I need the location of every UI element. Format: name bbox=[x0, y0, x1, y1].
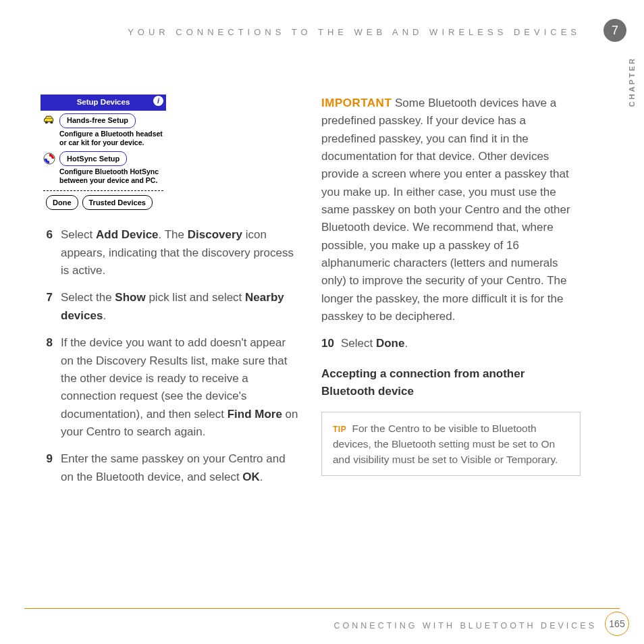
palm-separator bbox=[43, 190, 163, 191]
step-number: 9 bbox=[41, 450, 53, 486]
hotsync-setup-button[interactable]: HotSync Setup bbox=[59, 151, 127, 166]
hands-free-setup-button[interactable]: Hands-free Setup bbox=[59, 113, 136, 128]
trusted-devices-button[interactable]: Trusted Devices bbox=[82, 195, 153, 210]
palm-titlebar: Setup Devices i bbox=[41, 95, 166, 111]
step-text: Select Done. bbox=[341, 335, 408, 352]
tip-text: For the Centro to be visible to Bluetoot… bbox=[333, 423, 558, 466]
page: YOUR CONNECTIONS TO THE WEB AND WIRELESS… bbox=[0, 0, 644, 644]
running-header: YOUR CONNECTIONS TO THE WEB AND WIRELESS… bbox=[0, 27, 581, 37]
important-paragraph: IMPORTANT Some Bluetooth devices have a … bbox=[321, 95, 581, 325]
palm-row-handsfree: Hands-free Setup Configure a Bluetooth h… bbox=[42, 113, 165, 147]
palm-content: Hands-free Setup Configure a Bluetooth h… bbox=[41, 111, 166, 215]
step-text: Select Add Device. The Discovery icon ap… bbox=[61, 226, 300, 279]
palm-row-hotsync: HotSync Setup Configure Bluetooth HotSyn… bbox=[42, 151, 165, 185]
step-9: 9 Enter the same passkey on your Centro … bbox=[41, 450, 300, 486]
tip-label: TIP bbox=[333, 425, 346, 434]
steps-list: 6 Select Add Device. The Discovery icon … bbox=[41, 226, 300, 485]
info-icon[interactable]: i bbox=[153, 96, 163, 106]
footer-rule bbox=[24, 608, 620, 609]
page-number-badge: 165 bbox=[605, 612, 629, 636]
subheading: Accepting a connection from another Blue… bbox=[321, 365, 581, 401]
step-number: 7 bbox=[41, 289, 53, 325]
left-column: Setup Devices i bbox=[41, 95, 300, 495]
step-10: 10 Select Done. bbox=[321, 335, 581, 352]
step-text: If the device you want to add doesn't ap… bbox=[61, 334, 300, 441]
footer-section-title: CONNECTING WITH BLUETOOTH DEVICES bbox=[334, 621, 597, 630]
step-8: 8 If the device you want to add doesn't … bbox=[41, 334, 300, 441]
step-number: 8 bbox=[41, 334, 53, 441]
step-text: Select the Show pick list and select Nea… bbox=[61, 289, 300, 325]
svg-point-1 bbox=[45, 121, 48, 124]
chapter-number-badge: 7 bbox=[603, 19, 626, 42]
step-text: Enter the same passkey on your Centro an… bbox=[61, 450, 300, 486]
step-number: 10 bbox=[321, 335, 334, 352]
palm-screenshot: Setup Devices i bbox=[41, 95, 166, 214]
step-6: 6 Select Add Device. The Discovery icon … bbox=[41, 226, 300, 279]
hotsync-icon bbox=[43, 153, 55, 165]
palm-title: Setup Devices bbox=[77, 97, 130, 109]
step-7: 7 Select the Show pick list and select N… bbox=[41, 289, 300, 325]
step-number: 6 bbox=[41, 226, 53, 279]
hands-free-desc: Configure a Bluetooth headset or car kit… bbox=[59, 130, 165, 147]
tip-box: TIP For the Centro to be visible to Blue… bbox=[321, 412, 581, 477]
done-button[interactable]: Done bbox=[46, 195, 78, 210]
svg-point-2 bbox=[50, 121, 53, 124]
important-label: IMPORTANT bbox=[321, 97, 392, 109]
right-column: IMPORTANT Some Bluetooth devices have a … bbox=[321, 95, 581, 495]
car-icon bbox=[43, 115, 56, 126]
hotsync-desc: Configure Bluetooth HotSync between your… bbox=[59, 167, 165, 185]
chapter-label: CHAPTER bbox=[628, 57, 636, 107]
